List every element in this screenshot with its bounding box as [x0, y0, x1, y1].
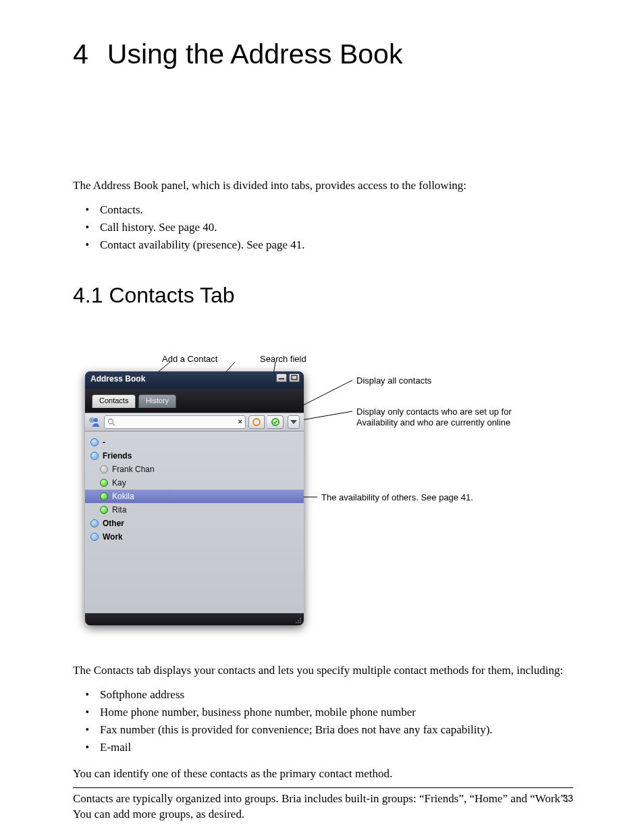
- chevron-down-icon: [290, 419, 297, 425]
- callout-availability: The availability of others. See page 41.: [321, 492, 473, 503]
- filter-dropdown[interactable]: [288, 415, 300, 429]
- svg-point-19: [300, 620, 301, 621]
- callout-display-online-line2: Availability and who are currently onlin…: [356, 417, 510, 428]
- expand-icon: [90, 452, 99, 460]
- group-label: Work: [103, 532, 123, 542]
- svg-point-12: [109, 419, 113, 423]
- group-label: -: [103, 438, 105, 447]
- presence-icon: [100, 492, 108, 500]
- contact-row[interactable]: Frank Chan: [85, 463, 304, 476]
- window-titlebar[interactable]: Address Book: [85, 371, 304, 389]
- group-label: Other: [103, 519, 124, 528]
- groups-paragraph: Contacts are typically organized into gr…: [73, 791, 573, 823]
- callout-display-all: Display all contacts: [356, 375, 431, 386]
- minimize-button[interactable]: [276, 373, 287, 382]
- address-book-window: Address Book Contacts History: [85, 371, 304, 625]
- callout-add-contact: Add a Contact: [162, 354, 217, 365]
- expand-icon: [90, 438, 99, 446]
- chapter-heading: 4Using the Address Book: [73, 38, 573, 70]
- intro-paragraph: The Address Book panel, which is divided…: [73, 178, 573, 194]
- clear-search-button[interactable]: ×: [238, 417, 242, 425]
- contact-name: Kokila: [112, 492, 134, 501]
- group-row-friends[interactable]: Friends: [85, 449, 304, 463]
- window-statusbar: [85, 613, 304, 625]
- contact-name: Rita: [112, 505, 126, 515]
- svg-line-13: [113, 423, 115, 425]
- tab-bar: Contacts History: [85, 389, 304, 413]
- group-row-root[interactable]: -: [85, 436, 304, 449]
- search-icon: [107, 418, 115, 426]
- contact-row[interactable]: Rita: [85, 503, 304, 517]
- expand-icon: [90, 533, 99, 541]
- window-title: Address Book: [90, 374, 145, 384]
- presence-icon: [100, 506, 108, 514]
- circle-icon: [252, 417, 261, 427]
- list-item: Call history. See page 40.: [97, 221, 573, 234]
- list-item: Contacts.: [97, 203, 573, 217]
- group-row-other[interactable]: Other: [85, 517, 304, 530]
- expand-icon: [90, 519, 99, 527]
- toolbar: ×: [85, 413, 304, 432]
- contact-name: Kay: [112, 478, 126, 488]
- svg-point-8: [94, 418, 98, 422]
- contacts-tab-figure: Add a Contact Search field Display all c…: [82, 347, 583, 639]
- tab-history[interactable]: History: [138, 394, 176, 408]
- svg-point-18: [298, 622, 299, 623]
- filter-all-button[interactable]: [248, 415, 265, 429]
- callout-display-online-line1: Display only contacts who are set up for: [356, 407, 512, 417]
- svg-marker-16: [290, 420, 297, 424]
- svg-point-17: [300, 622, 301, 623]
- search-input[interactable]: ×: [104, 415, 246, 429]
- tab-contacts[interactable]: Contacts: [92, 394, 136, 408]
- footer-rule: [73, 787, 573, 788]
- svg-point-21: [298, 620, 299, 621]
- check-circle-icon: [271, 417, 280, 427]
- contact-row[interactable]: Kay: [85, 476, 304, 490]
- list-item: Fax number (this is provided for conveni…: [97, 723, 573, 737]
- contact-row-selected[interactable]: Kokila: [85, 490, 304, 503]
- contact-list[interactable]: - Friends Frank Chan Kay Kokila: [85, 432, 304, 625]
- chapter-number: 4: [73, 38, 88, 70]
- filter-online-button[interactable]: [267, 415, 284, 429]
- list-item: Softphone address: [97, 688, 573, 702]
- section-heading: 4.1 Contacts Tab: [73, 283, 573, 308]
- contact-name: Frank Chan: [112, 465, 155, 474]
- presence-icon: [100, 479, 108, 487]
- presence-icon: [100, 465, 108, 473]
- svg-rect-6: [279, 378, 284, 380]
- callout-search-field: Search field: [260, 354, 306, 365]
- svg-point-22: [300, 618, 301, 619]
- add-contact-button[interactable]: [89, 416, 101, 428]
- maximize-button[interactable]: [289, 373, 300, 382]
- primary-contact-paragraph: You can identify one of these contacts a…: [73, 766, 573, 782]
- svg-point-14: [253, 419, 260, 425]
- contact-methods-list: Softphone address Home phone number, bus…: [73, 688, 573, 754]
- svg-rect-7: [292, 375, 297, 380]
- group-row-work[interactable]: Work: [85, 530, 304, 544]
- svg-point-20: [296, 622, 297, 623]
- list-item: Home phone number, business phone number…: [97, 706, 573, 719]
- after-figure-paragraph: The Contacts tab displays your contacts …: [73, 663, 573, 679]
- list-item: Contact availability (presence). See pag…: [97, 238, 573, 252]
- page-number: 33: [562, 793, 573, 804]
- intro-bullet-list: Contacts. Call history. See page 40. Con…: [73, 203, 573, 252]
- resize-grip-icon[interactable]: [294, 616, 302, 624]
- chapter-title: Using the Address Book: [107, 38, 403, 70]
- list-item: E-mail: [97, 741, 573, 754]
- group-label: Friends: [103, 451, 132, 461]
